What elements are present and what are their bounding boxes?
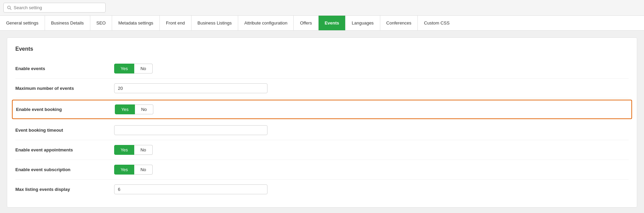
setting-control-enable-event-booking: YesNo <box>115 104 628 114</box>
setting-row-max-number-events: Maximum number of events <box>15 79 629 98</box>
tab-front-end[interactable]: Front end <box>160 16 191 30</box>
setting-row-max-listing-events-display: Max listing events display <box>15 180 629 199</box>
setting-row-event-booking-timeout: Event booking timeout <box>15 120 629 140</box>
svg-point-0 <box>7 6 10 9</box>
toggle-group-enable-event-subscription: YesNo <box>114 165 629 175</box>
toggle-group-enable-event-appointments: YesNo <box>114 145 629 155</box>
toggle-group-enable-event-booking: YesNo <box>115 104 628 114</box>
tab-languages[interactable]: Languages <box>346 16 380 30</box>
text-input-event-booking-timeout[interactable] <box>114 125 267 135</box>
search-icon <box>7 5 12 10</box>
tab-bar: General settingsBusiness DetailsSEOMetad… <box>0 16 644 31</box>
tab-conferences[interactable]: Conferences <box>380 16 418 30</box>
setting-label-enable-event-booking: Enable event booking <box>16 107 115 112</box>
setting-control-enable-event-appointments: YesNo <box>114 145 629 155</box>
toggle-no-enable-event-booking[interactable]: No <box>135 104 153 114</box>
tab-attribute-configuration[interactable]: Attribute configuration <box>238 16 294 30</box>
setting-row-enable-event-booking: Enable event bookingYesNo <box>12 100 632 119</box>
toggle-no-enable-event-appointments[interactable]: No <box>134 145 153 155</box>
search-input-wrapper <box>3 3 106 13</box>
setting-label-enable-event-subscription: Enable event subscription <box>15 167 114 172</box>
tab-seo[interactable]: SEO <box>90 16 112 30</box>
setting-label-max-listing-events-display: Max listing events display <box>15 187 114 192</box>
tab-business-details[interactable]: Business Details <box>45 16 90 30</box>
setting-label-enable-events: Enable events <box>15 66 114 71</box>
svg-line-1 <box>10 9 12 10</box>
setting-control-enable-events: YesNo <box>114 64 629 73</box>
setting-label-enable-event-appointments: Enable event appointments <box>15 147 114 152</box>
tab-general-settings[interactable]: General settings <box>0 16 45 30</box>
tab-custom-css[interactable]: Custom CSS <box>418 16 456 30</box>
settings-panel: Events Enable eventsYesNoMaximum number … <box>7 37 637 208</box>
settings-rows: Enable eventsYesNoMaximum number of even… <box>15 59 629 199</box>
toggle-yes-enable-events[interactable]: Yes <box>114 64 134 73</box>
tab-metadata-settings[interactable]: Metadata settings <box>112 16 160 30</box>
tab-offers[interactable]: Offers <box>294 16 318 30</box>
setting-row-enable-event-subscription: Enable event subscriptionYesNo <box>15 160 629 180</box>
toggle-yes-enable-event-subscription[interactable]: Yes <box>114 165 134 175</box>
toggle-no-enable-events[interactable]: No <box>134 64 153 73</box>
toggle-group-enable-events: YesNo <box>114 64 629 73</box>
tab-events[interactable]: Events <box>319 16 346 30</box>
tab-business-listings[interactable]: Business Listings <box>191 16 238 30</box>
search-bar <box>0 0 644 16</box>
setting-control-max-listing-events-display <box>114 184 629 194</box>
text-input-max-listing-events-display[interactable] <box>114 184 267 194</box>
toggle-yes-enable-event-appointments[interactable]: Yes <box>114 145 134 155</box>
setting-control-max-number-events <box>114 83 629 93</box>
main-content: Events Enable eventsYesNoMaximum number … <box>0 31 644 213</box>
setting-row-enable-events: Enable eventsYesNo <box>15 59 629 79</box>
setting-label-event-booking-timeout: Event booking timeout <box>15 128 114 133</box>
setting-control-enable-event-subscription: YesNo <box>114 165 629 175</box>
toggle-yes-enable-event-booking[interactable]: Yes <box>115 104 135 114</box>
setting-control-event-booking-timeout <box>114 125 629 135</box>
text-input-max-number-events[interactable] <box>114 83 267 93</box>
panel-title: Events <box>15 46 629 52</box>
search-input[interactable] <box>14 5 102 10</box>
toggle-no-enable-event-subscription[interactable]: No <box>134 165 153 175</box>
setting-label-max-number-events: Maximum number of events <box>15 86 114 91</box>
setting-row-enable-event-appointments: Enable event appointmentsYesNo <box>15 140 629 160</box>
